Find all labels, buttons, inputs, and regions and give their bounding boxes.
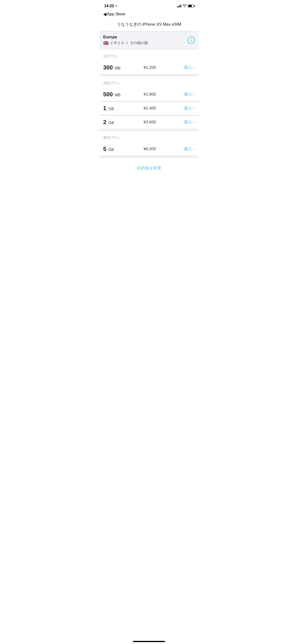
page-title-text: うなうなぎの iPhone XS Max eSIM: [117, 22, 181, 26]
buy-label: 購入: [184, 119, 192, 125]
buy-label: 購入: [184, 146, 192, 152]
plan-price: ¥2,400: [143, 106, 184, 111]
chevron-right-icon: ›: [194, 120, 195, 124]
location-arrow-icon: ↗: [115, 4, 117, 8]
plan-row[interactable]: 300 MB ¥1,200 購入 ›: [99, 61, 199, 74]
region-sub-text: イギリス ＋ その他の国: [110, 41, 148, 45]
plan-label: 15日プラン: [99, 76, 199, 88]
section-divider-bottom: [99, 156, 199, 158]
buy-label: 購入: [184, 65, 192, 70]
signal-icon: [177, 4, 181, 8]
plan-size: 2 GB: [103, 119, 143, 126]
plan-size: 300 MB: [103, 64, 143, 71]
buy-label: 購入: [184, 106, 192, 111]
change-destination-label: 目的地を変更: [137, 166, 161, 170]
chevron-right-icon: ›: [194, 106, 195, 110]
status-bar: 14:22 ↗: [99, 0, 199, 10]
plans-container: 1日プラン 300 MB ¥1,200 購入 › 15日プラン 500 MB ¥…: [99, 49, 199, 158]
plan-buy-button[interactable]: 購入 ›: [184, 119, 195, 125]
info-button[interactable]: i: [188, 37, 195, 44]
plan-unit: MB: [114, 66, 120, 70]
buy-label: 購入: [184, 92, 192, 97]
plan-buy-button[interactable]: 購入 ›: [184, 146, 195, 152]
plan-price: ¥1,200: [143, 65, 184, 70]
region-info: Europe 🇬🇧 イギリス ＋ その他の国: [103, 35, 148, 46]
plan-unit: GB: [107, 148, 114, 152]
plan-label: 1日プラン: [99, 49, 199, 61]
back-button[interactable]: ◀ App Store: [103, 12, 125, 17]
plan-price: ¥6,000: [143, 146, 184, 152]
plan-price: ¥3,600: [143, 120, 184, 124]
plan-section-1: 15日プラン 500 MB ¥1,800 購入 › 1 GB ¥2,400 購入…: [99, 76, 199, 129]
plan-row[interactable]: 500 MB ¥1,800 購入 ›: [99, 88, 199, 101]
flag-icon: 🇬🇧: [103, 40, 108, 46]
plan-size: 5 GB: [103, 146, 143, 152]
plan-row[interactable]: 2 GB ¥3,600 購入 ›: [99, 115, 199, 129]
section-divider: [99, 74, 199, 76]
change-destination-button[interactable]: 目的地を変更: [99, 158, 199, 178]
region-name: Europe: [103, 35, 148, 40]
plan-unit: GB: [107, 121, 114, 125]
status-time: 14:22 ↗: [104, 4, 117, 8]
plan-price: ¥1,800: [143, 92, 184, 97]
plan-buy-button[interactable]: 購入 ›: [184, 65, 195, 70]
region-sub: 🇬🇧 イギリス ＋ その他の国: [103, 40, 148, 46]
nav-bar: ◀ App Store: [99, 10, 199, 19]
page-title: うなうなぎの iPhone XS Max eSIM: [99, 19, 199, 31]
plan-row[interactable]: 1 GB ¥2,400 購入 ›: [99, 101, 199, 115]
region-header: Europe 🇬🇧 イギリス ＋ その他の国 i: [99, 31, 199, 49]
plan-label: 30日プラン: [99, 131, 199, 142]
plan-unit: MB: [114, 93, 120, 97]
back-label: App Store: [107, 12, 125, 16]
chevron-right-icon: ›: [194, 92, 195, 96]
plan-unit: GB: [107, 107, 114, 111]
battery-icon: [188, 4, 194, 8]
plan-row[interactable]: 5 GB ¥6,000 購入 ›: [99, 142, 199, 156]
chevron-right-icon: ›: [194, 147, 195, 151]
back-chevron-icon: ◀: [103, 12, 106, 17]
plan-size: 1 GB: [103, 105, 143, 112]
status-icons: [177, 4, 194, 8]
section-divider: [99, 129, 199, 131]
plan-buy-button[interactable]: 購入 ›: [184, 106, 195, 111]
plan-section-2: 30日プラン 5 GB ¥6,000 購入 ›: [99, 131, 199, 156]
wifi-icon: [183, 4, 186, 8]
plan-size: 500 MB: [103, 91, 143, 98]
chevron-right-icon: ›: [194, 66, 195, 70]
plan-section-0: 1日プラン 300 MB ¥1,200 購入 ›: [99, 49, 199, 74]
time-label: 14:22: [104, 4, 114, 8]
plan-buy-button[interactable]: 購入 ›: [184, 92, 195, 97]
